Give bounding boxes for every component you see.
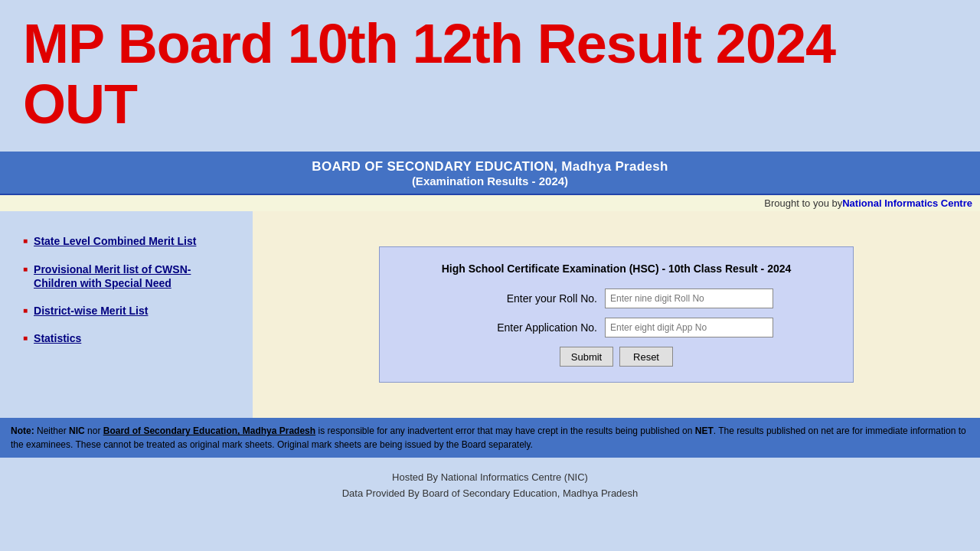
result-form-box: High School Certificate Examination (HSC… [379, 246, 854, 383]
main-content: State Level Combined Merit List Provisio… [0, 211, 980, 418]
banner-title-black: MP Board 10th 12th Result 2024 [23, 13, 835, 74]
banner-title: MP Board 10th 12th Result 2024 OUT [23, 14, 957, 135]
sidebar-list: State Level Combined Merit List Provisio… [23, 234, 237, 345]
roll-input[interactable] [605, 289, 773, 308]
list-item: Statistics [23, 331, 237, 345]
nic-bar-text: Brought to you by [764, 197, 842, 209]
roll-row: Enter your Roll No. [403, 289, 830, 308]
app-input[interactable] [605, 318, 773, 337]
form-area: High School Certificate Examination (HSC… [253, 211, 980, 418]
footer-line1: Hosted By National Informatics Centre (N… [8, 470, 972, 486]
submit-button[interactable]: Submit [560, 347, 613, 367]
note-bar: Note: Neither NIC nor Board of Secondary… [0, 418, 980, 458]
form-title: High School Certificate Examination (HSC… [403, 262, 830, 275]
sidebar: State Level Combined Merit List Provisio… [0, 211, 253, 418]
roll-label: Enter your Roll No. [459, 292, 597, 305]
footer-line2: Data Provided By Board of Secondary Educ… [8, 486, 972, 502]
board-text: Board of Secondary Education, Madhya Pra… [103, 425, 315, 436]
net-text: NET [695, 425, 714, 436]
header-title-sub: (Examination Results - 2024) [0, 174, 980, 187]
nic-link[interactable]: National Informatics Centre [842, 197, 972, 209]
list-item: Provisional Merit list of CWSN- Children… [23, 262, 237, 290]
sidebar-link-cwsn[interactable]: Provisional Merit list of CWSN- Children… [34, 262, 237, 290]
note-label: Note: [11, 425, 34, 436]
header-bar: BOARD OF SECONDARY EDUCATION, Madhya Pra… [0, 152, 980, 194]
bottom-space [0, 510, 980, 551]
banner: MP Board 10th 12th Result 2024 OUT [0, 0, 980, 152]
app-row: Enter Application No. [403, 318, 830, 337]
app-label: Enter Application No. [459, 321, 597, 334]
nic-text: NIC [69, 425, 85, 436]
footer: Hosted By National Informatics Centre (N… [0, 458, 980, 510]
sidebar-link-district[interactable]: District-wise Merit List [34, 304, 148, 318]
form-buttons: Submit Reset [403, 347, 830, 367]
sidebar-link-merit-list[interactable]: State Level Combined Merit List [34, 234, 196, 248]
nic-bar: Brought to you by National Informatics C… [0, 194, 980, 211]
list-item: State Level Combined Merit List [23, 234, 237, 248]
list-item: District-wise Merit List [23, 304, 237, 318]
sidebar-link-statistics[interactable]: Statistics [34, 331, 81, 345]
header-title-main: BOARD OF SECONDARY EDUCATION, Madhya Pra… [0, 159, 980, 174]
banner-title-red: OUT [23, 73, 137, 135]
reset-button[interactable]: Reset [619, 347, 673, 367]
